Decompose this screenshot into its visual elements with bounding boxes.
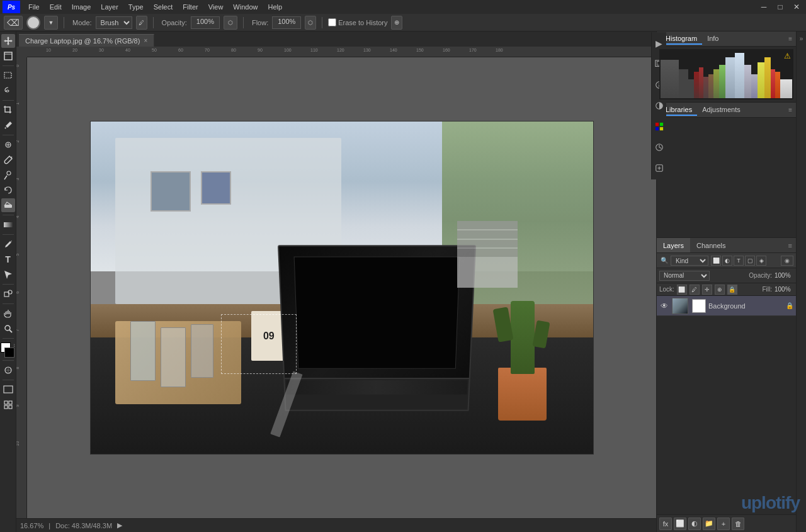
- minimize-button[interactable]: ─: [757, 0, 771, 14]
- tool-text[interactable]: T: [1, 252, 15, 266]
- tool-artboard[interactable]: [1, 49, 15, 63]
- menu-window[interactable]: Window: [229, 2, 262, 12]
- close-button[interactable]: ✕: [790, 0, 803, 14]
- pressure-flow-btn[interactable]: ⬡: [305, 16, 316, 30]
- tool-separator-8: [3, 338, 14, 339]
- tool-path-select[interactable]: [1, 268, 15, 281]
- tool-marquee-rect[interactable]: [1, 69, 15, 82]
- layer-new-btn[interactable]: +: [717, 518, 730, 530]
- layer-blend-mode[interactable]: Normal Multiply Screen Overlay: [659, 271, 710, 281]
- svg-rect-26: [659, 127, 662, 130]
- filter-shape-btn[interactable]: ▢: [745, 256, 755, 266]
- maximize-button[interactable]: □: [773, 0, 787, 14]
- menu-edit[interactable]: Edit: [45, 2, 66, 12]
- document-close-btn[interactable]: ×: [144, 37, 147, 44]
- canvas-content[interactable]: 09: [27, 57, 656, 518]
- filter-adjustment-btn[interactable]: ◐: [722, 256, 732, 266]
- lock-all-btn[interactable]: 🔒: [727, 285, 737, 295]
- tool-eraser[interactable]: [1, 198, 15, 212]
- info-tab[interactable]: Info: [702, 33, 724, 45]
- fill-value[interactable]: 100%: [775, 286, 793, 293]
- layer-item-background[interactable]: 👁 Background 🔒: [657, 296, 796, 316]
- brush-size-btn[interactable]: ▼: [44, 16, 58, 30]
- tool-eyedropper[interactable]: [1, 118, 15, 132]
- filter-pixel-btn[interactable]: ⬜: [711, 256, 721, 266]
- tool-separator-5: [3, 234, 14, 235]
- tool-brush[interactable]: [1, 153, 15, 167]
- mode-select[interactable]: Brush Pencil Block: [96, 16, 132, 29]
- tool-shape[interactable]: [1, 287, 15, 301]
- layers-panel-options-btn[interactable]: ≡: [785, 238, 796, 252]
- layer-fx-btn[interactable]: fx: [659, 518, 672, 530]
- tool-history-brush[interactable]: [1, 183, 15, 197]
- smoothing-btn[interactable]: 🖊: [136, 16, 147, 30]
- tool-zoom[interactable]: [1, 322, 15, 336]
- brush-preset-btn[interactable]: [26, 16, 40, 30]
- menu-type[interactable]: Type: [124, 2, 148, 12]
- menu-view[interactable]: View: [204, 2, 228, 12]
- histogram-tab[interactable]: Histogram: [661, 33, 702, 45]
- layer-adjustment-btn[interactable]: ◐: [688, 518, 701, 530]
- libraries-panel: Libraries Adjustments ≡: [657, 103, 796, 238]
- tool-extra[interactable]: [1, 398, 15, 412]
- tool-spot-heal[interactable]: [1, 138, 15, 152]
- menu-file[interactable]: File: [24, 2, 44, 12]
- collapse-right-btn[interactable]: »: [797, 34, 806, 43]
- tool-lasso[interactable]: [1, 84, 15, 98]
- menu-select[interactable]: Select: [149, 2, 178, 12]
- swap-colors-icon[interactable]: ↕: [13, 342, 16, 348]
- tool-clone-stamp[interactable]: [1, 168, 15, 182]
- flow-input[interactable]: 100%: [272, 16, 301, 29]
- histogram-options-btn[interactable]: ≡: [788, 35, 792, 42]
- svg-rect-25: [655, 127, 658, 130]
- tool-move[interactable]: [1, 34, 15, 48]
- adjustments-tab[interactable]: Adjustments: [697, 105, 746, 116]
- tool-gradient[interactable]: [1, 218, 15, 232]
- airbrush-btn[interactable]: ⊕: [391, 16, 402, 30]
- filter-smart-btn[interactable]: ◈: [756, 256, 766, 266]
- filter-type-btn[interactable]: T: [734, 256, 744, 266]
- pressure-opacity-btn[interactable]: ⬡: [224, 16, 237, 30]
- lock-image-btn[interactable]: 🖊: [690, 285, 700, 295]
- opacity-value[interactable]: 100%: [775, 272, 793, 279]
- channels-tab[interactable]: Channels: [690, 238, 732, 252]
- tool-separator-7: [3, 303, 14, 304]
- opacity-label: Opacity:: [749, 272, 772, 279]
- svg-rect-24: [659, 123, 662, 126]
- tool-preset-picker[interactable]: ⌫: [4, 16, 23, 30]
- menu-image[interactable]: Image: [67, 2, 96, 12]
- layer-delete-btn[interactable]: 🗑: [732, 518, 744, 530]
- svg-rect-14: [9, 401, 12, 404]
- menu-filter[interactable]: Filter: [178, 2, 202, 12]
- layers-filter-type[interactable]: Kind Name Effect Mode: [671, 256, 708, 266]
- tool-separator-6: [3, 284, 14, 285]
- background-color[interactable]: [4, 348, 14, 358]
- menu-layer[interactable]: Layer: [96, 2, 123, 12]
- right-panel: ▶ Histogram Info: [656, 31, 796, 532]
- lock-artboard-btn[interactable]: ⊕: [715, 285, 725, 295]
- tool-crop[interactable]: [1, 103, 15, 117]
- tool-quick-mask[interactable]: [1, 363, 15, 377]
- panel-icon-swatches[interactable]: [652, 116, 666, 137]
- status-forward-arrow[interactable]: ▶: [117, 521, 122, 529]
- document-tab[interactable]: Charge Laptop.jpg @ 16.7% (RGB/8) ×: [19, 34, 154, 47]
- panel-icon-adjustments[interactable]: [652, 137, 666, 157]
- menu-help[interactable]: Help: [263, 2, 287, 12]
- opacity-input[interactable]: 100%: [191, 16, 220, 29]
- lock-position-btn[interactable]: ✛: [702, 285, 712, 295]
- layer-visibility-eye[interactable]: 👁: [659, 301, 669, 311]
- layer-mask-btn[interactable]: ⬜: [674, 518, 686, 530]
- layers-mode-opacity-row: Normal Multiply Screen Overlay Opacity: …: [657, 268, 796, 283]
- erase-to-history-checkbox[interactable]: [328, 18, 336, 26]
- layers-tab[interactable]: Layers: [657, 238, 690, 252]
- libraries-options-btn[interactable]: ≡: [788, 106, 792, 113]
- layer-group-btn[interactable]: 📁: [703, 518, 715, 530]
- svg-rect-5: [4, 205, 12, 208]
- filter-toggle-btn[interactable]: ◉: [781, 256, 793, 266]
- tool-screen-mode[interactable]: [1, 383, 15, 397]
- svg-rect-6: [4, 222, 13, 227]
- tool-hand[interactable]: [1, 307, 15, 320]
- panel-icon-styles[interactable]: [652, 158, 666, 178]
- lock-transparent-btn[interactable]: ⬜: [677, 285, 687, 295]
- tool-pen[interactable]: [1, 237, 15, 251]
